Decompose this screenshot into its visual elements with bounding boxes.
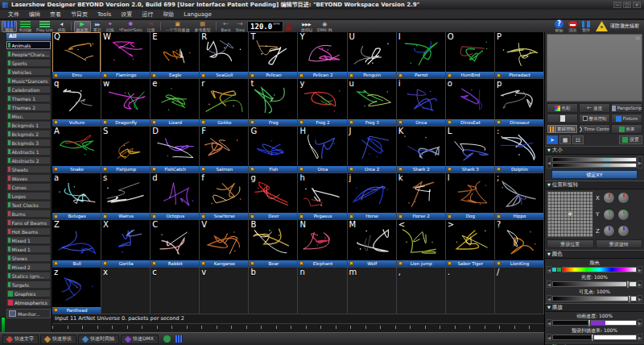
sidebar-header-all[interactable]: All: [6, 33, 51, 40]
brightness-slider[interactable]: [552, 281, 637, 287]
toolbar-button--[interactable]: ▶触发图: [74, 21, 91, 32]
z-rotation-knob[interactable]: [617, 225, 630, 237]
sidebar-item-themes-2[interactable]: Themes 2: [6, 103, 51, 111]
menu-item-0[interactable]: 文件: [3, 10, 24, 19]
cue-cell-belugas[interactable]: aBelugas: [52, 173, 101, 220]
cue-cell-pegasus[interactable]: hPegasus: [298, 173, 347, 220]
sidebar-item-abstracts-2[interactable]: Abstracts 2: [6, 156, 51, 164]
slider-handle[interactable]: [628, 295, 631, 303]
cue-cell-bull[interactable]: ZBull: [52, 220, 101, 267]
cue-cell-empty-x[interactable]: x: [101, 268, 151, 314]
sidebar-item-misc-[interactable]: Misc.: [6, 112, 51, 120]
cue-cell-dog[interactable]: lDog: [446, 173, 495, 220]
cue-cell-empty-.[interactable]: .: [446, 268, 495, 314]
cue-cell-gorilla[interactable]: XGorilla: [101, 220, 151, 267]
slider-handle[interactable]: [626, 281, 630, 289]
color-section-header[interactable]: ▼颜色: [545, 250, 644, 259]
menu-item-5[interactable]: 设置: [116, 10, 137, 19]
size-x-slider[interactable]: -96: [552, 157, 637, 162]
cue-cell-dinosaur[interactable]: pDinosaur: [495, 79, 544, 126]
slider-handle[interactable]: [591, 334, 594, 342]
slider-left-arrow[interactable]: ◀: [547, 156, 551, 168]
cue-cell-parrot[interactable]: IParrot: [397, 32, 446, 79]
cue-cell-frog-3[interactable]: uFrog 3: [348, 79, 397, 126]
cue-cell-seagull[interactable]: RSeaGull: [200, 32, 249, 79]
maximize-button[interactable]: □: [623, 2, 631, 8]
toolbar-button-play-list[interactable]: Play List: [34, 21, 56, 32]
toolbar-button-back[interactable]: ←Back: [219, 21, 233, 32]
slider-right-arrow[interactable]: ▶: [638, 295, 642, 302]
toolbar-button--[interactable]: 暂停: [580, 21, 592, 32]
enable-icon[interactable]: [163, 335, 171, 343]
cue-cell-lion-jump[interactable]: <Lion jump: [397, 220, 446, 267]
tab-effects[interactable]: 效果: [611, 124, 642, 134]
slider-handle[interactable]: [588, 319, 591, 327]
cue-cell-dragonfly[interactable]: wDragonfly: [101, 79, 151, 126]
cue-cell-pelican-2[interactable]: YPelican 2: [298, 32, 347, 79]
master-control-button[interactable]: 整体控制: [579, 114, 610, 123]
animation-speed-slider[interactable]: [552, 320, 637, 326]
color-swatch-green[interactable]: [557, 268, 561, 272]
cue-cell-shark-2[interactable]: KShark 2: [397, 127, 446, 173]
cue-cell-humbird[interactable]: OHumBird: [446, 32, 495, 79]
minimize-button[interactable]: —: [613, 2, 621, 8]
palette-tool-icon[interactable]: ☷: [572, 135, 584, 144]
metronome-icon[interactable]: [285, 22, 292, 31]
cue-cell-emu[interactable]: QEmu: [52, 32, 101, 79]
sidebar-item-text-clocks[interactable]: Text Clocks: [6, 201, 51, 209]
sidebar-item-abstracts-1[interactable]: Abstracts 1: [6, 148, 51, 156]
cue-cell-salmon[interactable]: FSalmon: [200, 127, 249, 173]
cue-cell-snake[interactable]: ASnake: [52, 127, 101, 173]
grid-small-icon[interactable]: [175, 335, 183, 343]
playback-section-header[interactable]: ▼播放: [545, 303, 644, 312]
slider-right-arrow[interactable]: ▶: [638, 334, 642, 341]
toolbar-button-step[interactable]: →Step: [233, 21, 247, 32]
cue-cell-flamingo[interactable]: WFlamingo: [101, 32, 151, 79]
cue-cell-fishcatch[interactable]: DFishCatch: [151, 127, 200, 173]
x-position-knob[interactable]: [603, 192, 615, 204]
sidebar-item-sports[interactable]: Sports: [6, 59, 51, 67]
monitor-button[interactable]: Monitor...: [6, 309, 51, 318]
menu-item-3[interactable]: 节目页: [66, 10, 93, 19]
sidebar-item-animals[interactable]: Animals: [6, 41, 51, 49]
cue-cell-empty-,[interactable]: ,: [397, 268, 446, 314]
cue-cell-orca-2[interactable]: JOrca 2: [348, 127, 397, 173]
position-section-header[interactable]: ▼位置和旋转: [545, 181, 644, 189]
toolbar-button--[interactable]: 网格: [2, 21, 17, 32]
close-button[interactable]: ✕: [633, 2, 641, 8]
sidebar-mode-atmospherics[interactable]: Atmospherics: [6, 298, 51, 306]
cue-cell-walrus[interactable]: sWalrus: [101, 173, 151, 220]
cue-cell-elephant[interactable]: NElephant: [298, 220, 347, 267]
menu-item-2[interactable]: 查看: [45, 10, 66, 19]
beat-ruler[interactable]: [52, 323, 544, 332]
cue-cell-vulture[interactable]: qVulture: [52, 79, 101, 126]
cue-cell-horse[interactable]: jHorse: [348, 173, 397, 220]
toolbar-button--[interactable]: ▤参考图型: [192, 21, 213, 32]
menu-item-8[interactable]: Language: [179, 11, 217, 18]
frame-tool-icon[interactable]: ▦: [559, 135, 571, 144]
toolbar-button--[interactable]: ?帮助: [552, 21, 566, 32]
settings-button[interactable]: 设置: [619, 135, 642, 144]
y-position-knob[interactable]: [603, 209, 615, 221]
slider-right-arrow[interactable]: ▶: [638, 266, 642, 273]
cue-cell-deer[interactable]: gDeer: [249, 173, 298, 220]
menu-item-4[interactable]: Tools: [93, 11, 116, 18]
cue-cell-lionking[interactable]: ?LionKing: [495, 220, 544, 267]
slider-left-arrow[interactable]: ◀: [547, 281, 551, 288]
toolbar-button--[interactable]: 时间轴: [17, 21, 34, 32]
quicktool-tab-0[interactable]: 快速文字: [2, 335, 39, 344]
toolbar-button--[interactable]: ➤抓取: [56, 21, 68, 32]
toolbar-button--flash-solo[interactable]: ✺*Flash*Solo: [117, 21, 145, 32]
sidebar-item-hot-beams[interactable]: Hot Beams: [6, 227, 51, 235]
sidebar-item-bckgrnds-2[interactable]: Bckgrnds 2: [6, 130, 51, 138]
toolbar-button--[interactable]: ⁙过渡: [145, 21, 158, 32]
cue-cell-horse-2[interactable]: kHorse 2: [397, 173, 446, 220]
cue-cell-octopus[interactable]: dOctopus: [151, 173, 200, 220]
cue-cell-empty-/[interactable]: /: [495, 268, 544, 314]
pangoscript-button[interactable]: PangoScript: [611, 103, 642, 113]
toolbar-button--lj[interactable]: ▶▶▶虚拟LJ: [299, 21, 315, 32]
sidebar-item-waves[interactable]: Waves: [6, 174, 51, 182]
cue-cell-pteradact[interactable]: PPteradact: [495, 32, 544, 79]
cue-cell-frog[interactable]: tFrog: [249, 79, 298, 126]
sidebar-item-mixed-1[interactable]: Mixed 1: [6, 245, 51, 253]
